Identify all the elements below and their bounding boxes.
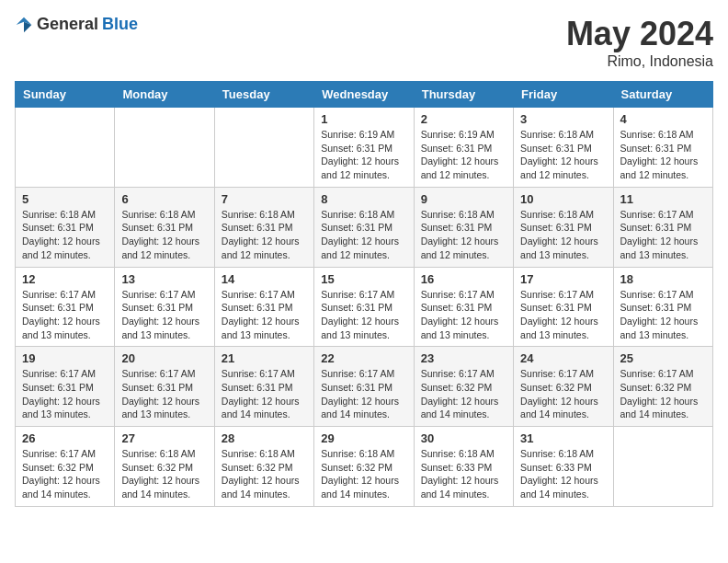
- calendar-cell: [115, 108, 214, 188]
- calendar-cell: 6Sunrise: 6:18 AM Sunset: 6:31 PM Daylig…: [115, 187, 214, 267]
- day-number: 23: [421, 351, 506, 365]
- calendar-cell: 16Sunrise: 6:17 AM Sunset: 6:31 PM Dayli…: [414, 267, 513, 347]
- weekday-header-tuesday: Tuesday: [214, 82, 313, 108]
- location-subtitle: Rimo, Indonesia: [566, 53, 713, 70]
- day-number: 10: [520, 192, 606, 206]
- day-info: Sunrise: 6:18 AM Sunset: 6:32 PM Dayligh…: [222, 447, 307, 501]
- day-number: 29: [321, 431, 406, 445]
- day-info: Sunrise: 6:17 AM Sunset: 6:31 PM Dayligh…: [520, 288, 606, 342]
- logo-text-general: General: [37, 15, 98, 34]
- calendar-cell: 10Sunrise: 6:18 AM Sunset: 6:31 PM Dayli…: [514, 187, 613, 267]
- calendar-cell: 31Sunrise: 6:18 AM Sunset: 6:33 PM Dayli…: [514, 427, 613, 507]
- day-info: Sunrise: 6:17 AM Sunset: 6:32 PM Dayligh…: [620, 367, 706, 421]
- day-info: Sunrise: 6:17 AM Sunset: 6:31 PM Dayligh…: [22, 288, 108, 342]
- calendar-cell: 15Sunrise: 6:17 AM Sunset: 6:31 PM Dayli…: [314, 267, 414, 347]
- day-number: 16: [421, 272, 506, 286]
- calendar-cell: 29Sunrise: 6:18 AM Sunset: 6:32 PM Dayli…: [314, 427, 414, 507]
- day-info: Sunrise: 6:17 AM Sunset: 6:32 PM Dayligh…: [520, 367, 606, 421]
- day-info: Sunrise: 6:18 AM Sunset: 6:31 PM Dayligh…: [520, 208, 606, 262]
- calendar-cell: 24Sunrise: 6:17 AM Sunset: 6:32 PM Dayli…: [514, 347, 613, 427]
- day-info: Sunrise: 6:17 AM Sunset: 6:31 PM Dayligh…: [222, 288, 307, 342]
- calendar-cell: 14Sunrise: 6:17 AM Sunset: 6:31 PM Dayli…: [214, 267, 313, 347]
- day-info: Sunrise: 6:17 AM Sunset: 6:31 PM Dayligh…: [321, 367, 406, 421]
- day-number: 19: [22, 351, 108, 365]
- day-info: Sunrise: 6:17 AM Sunset: 6:31 PM Dayligh…: [22, 367, 108, 421]
- day-number: 8: [321, 192, 406, 206]
- day-info: Sunrise: 6:18 AM Sunset: 6:31 PM Dayligh…: [222, 208, 307, 262]
- day-info: Sunrise: 6:18 AM Sunset: 6:33 PM Dayligh…: [520, 447, 606, 501]
- page-header: GeneralBlue May 2024 Rimo, Indonesia: [15, 15, 713, 70]
- calendar-cell: 26Sunrise: 6:17 AM Sunset: 6:32 PM Dayli…: [16, 427, 115, 507]
- day-number: 12: [22, 272, 108, 286]
- day-info: Sunrise: 6:18 AM Sunset: 6:31 PM Dayligh…: [421, 208, 506, 262]
- calendar-week-row: 5Sunrise: 6:18 AM Sunset: 6:31 PM Daylig…: [16, 187, 713, 267]
- day-info: Sunrise: 6:18 AM Sunset: 6:32 PM Dayligh…: [321, 447, 406, 501]
- day-number: 13: [121, 272, 207, 286]
- day-number: 11: [620, 192, 706, 206]
- day-info: Sunrise: 6:18 AM Sunset: 6:31 PM Dayligh…: [22, 208, 108, 262]
- day-info: Sunrise: 6:18 AM Sunset: 6:31 PM Dayligh…: [620, 128, 706, 182]
- calendar-cell: 25Sunrise: 6:17 AM Sunset: 6:32 PM Dayli…: [613, 347, 712, 427]
- calendar-cell: 18Sunrise: 6:17 AM Sunset: 6:31 PM Dayli…: [613, 267, 712, 347]
- calendar-cell: 1Sunrise: 6:19 AM Sunset: 6:31 PM Daylig…: [314, 108, 414, 188]
- svg-marker-1: [24, 21, 31, 32]
- calendar-cell: 22Sunrise: 6:17 AM Sunset: 6:31 PM Dayli…: [314, 347, 414, 427]
- calendar-cell: 23Sunrise: 6:17 AM Sunset: 6:32 PM Dayli…: [414, 347, 513, 427]
- day-number: 5: [22, 192, 108, 206]
- calendar-cell: [214, 108, 313, 188]
- calendar-cell: [16, 108, 115, 188]
- day-number: 20: [121, 351, 207, 365]
- calendar-cell: 7Sunrise: 6:18 AM Sunset: 6:31 PM Daylig…: [214, 187, 313, 267]
- day-number: 27: [121, 431, 207, 445]
- calendar-week-row: 1Sunrise: 6:19 AM Sunset: 6:31 PM Daylig…: [16, 108, 713, 188]
- calendar-cell: 4Sunrise: 6:18 AM Sunset: 6:31 PM Daylig…: [613, 108, 712, 188]
- weekday-header-sunday: Sunday: [16, 82, 115, 108]
- day-number: 30: [421, 431, 506, 445]
- day-info: Sunrise: 6:17 AM Sunset: 6:31 PM Dayligh…: [321, 288, 406, 342]
- day-info: Sunrise: 6:17 AM Sunset: 6:32 PM Dayligh…: [421, 367, 506, 421]
- calendar-cell: 13Sunrise: 6:17 AM Sunset: 6:31 PM Dayli…: [115, 267, 214, 347]
- calendar-table: SundayMondayTuesdayWednesdayThursdayFrid…: [15, 81, 713, 507]
- day-info: Sunrise: 6:17 AM Sunset: 6:31 PM Dayligh…: [620, 208, 706, 262]
- calendar-cell: 17Sunrise: 6:17 AM Sunset: 6:31 PM Dayli…: [514, 267, 613, 347]
- weekday-header-friday: Friday: [514, 82, 613, 108]
- day-number: 17: [520, 272, 606, 286]
- logo: GeneralBlue: [15, 15, 138, 34]
- day-number: 21: [222, 351, 307, 365]
- day-number: 6: [121, 192, 207, 206]
- calendar-week-row: 19Sunrise: 6:17 AM Sunset: 6:31 PM Dayli…: [16, 347, 713, 427]
- month-year-title: May 2024: [566, 15, 713, 53]
- calendar-cell: 27Sunrise: 6:18 AM Sunset: 6:32 PM Dayli…: [115, 427, 214, 507]
- logo-text-blue: Blue: [102, 15, 138, 34]
- day-info: Sunrise: 6:17 AM Sunset: 6:31 PM Dayligh…: [121, 367, 207, 421]
- day-number: 4: [620, 112, 706, 126]
- calendar-cell: 28Sunrise: 6:18 AM Sunset: 6:32 PM Dayli…: [214, 427, 313, 507]
- day-number: 1: [321, 112, 406, 126]
- calendar-cell: 21Sunrise: 6:17 AM Sunset: 6:31 PM Dayli…: [214, 347, 313, 427]
- day-number: 9: [421, 192, 506, 206]
- day-number: 2: [421, 112, 506, 126]
- calendar-cell: 11Sunrise: 6:17 AM Sunset: 6:31 PM Dayli…: [613, 187, 712, 267]
- calendar-cell: 19Sunrise: 6:17 AM Sunset: 6:31 PM Dayli…: [16, 347, 115, 427]
- day-info: Sunrise: 6:18 AM Sunset: 6:33 PM Dayligh…: [421, 447, 506, 501]
- day-number: 26: [22, 431, 108, 445]
- logo-icon: [15, 16, 33, 34]
- day-info: Sunrise: 6:18 AM Sunset: 6:31 PM Dayligh…: [321, 208, 406, 262]
- day-number: 18: [620, 272, 706, 286]
- weekday-header-thursday: Thursday: [414, 82, 513, 108]
- weekday-header-monday: Monday: [115, 82, 214, 108]
- weekday-header-wednesday: Wednesday: [314, 82, 414, 108]
- day-info: Sunrise: 6:17 AM Sunset: 6:31 PM Dayligh…: [620, 288, 706, 342]
- day-info: Sunrise: 6:18 AM Sunset: 6:31 PM Dayligh…: [520, 128, 606, 182]
- calendar-cell: 20Sunrise: 6:17 AM Sunset: 6:31 PM Dayli…: [115, 347, 214, 427]
- day-info: Sunrise: 6:18 AM Sunset: 6:32 PM Dayligh…: [121, 447, 207, 501]
- day-number: 28: [222, 431, 307, 445]
- day-number: 14: [222, 272, 307, 286]
- calendar-cell: [613, 427, 712, 507]
- calendar-cell: 5Sunrise: 6:18 AM Sunset: 6:31 PM Daylig…: [16, 187, 115, 267]
- calendar-cell: 8Sunrise: 6:18 AM Sunset: 6:31 PM Daylig…: [314, 187, 414, 267]
- weekday-header-saturday: Saturday: [613, 82, 712, 108]
- day-info: Sunrise: 6:19 AM Sunset: 6:31 PM Dayligh…: [321, 128, 406, 182]
- day-number: 3: [520, 112, 606, 126]
- day-info: Sunrise: 6:17 AM Sunset: 6:32 PM Dayligh…: [22, 447, 108, 501]
